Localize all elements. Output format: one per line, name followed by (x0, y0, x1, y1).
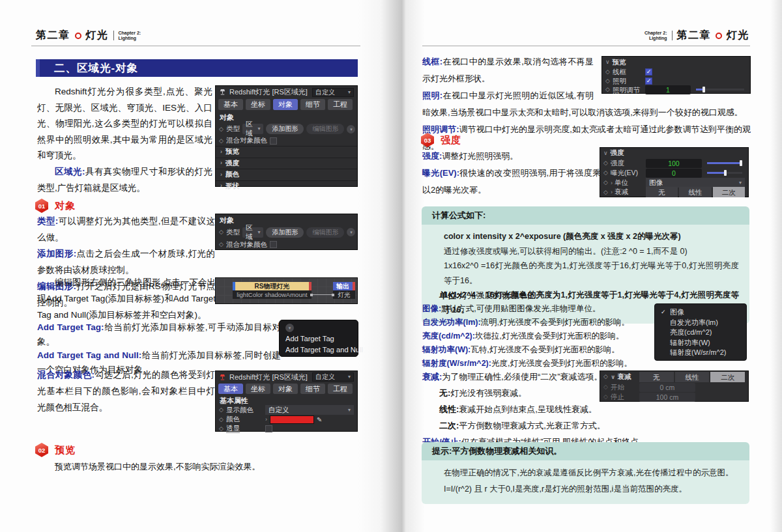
tab-project[interactable]: 工程 (328, 99, 353, 110)
diamond-icon: ◇ (603, 374, 608, 380)
item-exposure: 曝光(EV):很快速的改变照明强弱,用于将强度乘以2的曝光次幂。 (422, 165, 601, 199)
panel-rs-light-basic: Redshift灯光 [RS区域光] 自定义▾ 基本 坐标 对象 细节 工程 基… (215, 371, 358, 432)
divider (113, 31, 114, 40)
type-label: 类型 (226, 228, 240, 237)
tip-body: 在物理正确的情况下,光的衰减是遵循反比例平方衰减,光在传播过程中的示意图。 I=… (422, 460, 749, 504)
add-shape-button[interactable]: 添加图形 (266, 124, 304, 134)
edit-shape-button[interactable]: 编辑图形 (306, 124, 344, 134)
output-node[interactable]: 输出 灯光 (333, 282, 355, 299)
display-color-dropdown[interactable]: 自定义▾ (265, 405, 354, 415)
group-intensity[interactable]: ›强度 (216, 158, 357, 169)
panel-section-label: 对象 (216, 113, 357, 122)
stop-value-field[interactable]: 100 cm (639, 393, 695, 402)
type-row: ◇ 类型 区域▾ 添加图形 编辑图形 ▾ (216, 122, 357, 135)
menu-item-radiance[interactable]: 辐射度(W/sr/m^2) (661, 348, 740, 358)
tab-object[interactable]: 对象 (273, 384, 298, 394)
header-rule-left (31, 46, 360, 46)
intensity-items: 强度:调整灯光照明强弱。 曝光(EV):很快速的改变照明强弱,用于将强度乘以2的… (422, 148, 601, 199)
decay-option-quadratic[interactable]: 二次 (710, 372, 745, 382)
diamond-icon: ◇ (605, 87, 610, 92)
menu-item-add-target-tag-null[interactable]: Add Target Tag and Null (285, 344, 352, 356)
diamond-icon: ◇ (605, 69, 610, 75)
menu-item-image[interactable]: ✓图像 (661, 307, 740, 318)
menu-dropdown-button[interactable]: ▾ (285, 324, 294, 332)
group-preview[interactable]: ›预览 (216, 146, 357, 158)
intensity-slider[interactable] (707, 162, 742, 164)
decay-label: ∨ 衰减 (611, 372, 637, 382)
preset-value: 自定义 (315, 88, 335, 97)
chevron-right-icon: › (265, 417, 267, 423)
triangle-paragraph: 编辑图形右侧的三角块图形,点击一下会出现Add Target Tag(添加目标标… (37, 274, 216, 323)
decay-option-none[interactable]: 无 (639, 372, 674, 382)
edit-shape-button[interactable]: 编辑图形 (306, 227, 344, 238)
decay-option-linear[interactable]: 线性 (679, 187, 711, 197)
panel-tabs: 基本 坐标 对象 细节 工程 (216, 383, 357, 396)
exposure-value-field[interactable]: 0 (646, 169, 702, 178)
blend-label: 混合对象颜色 (226, 136, 267, 145)
type-dropdown[interactable]: 区域▾ (242, 227, 264, 238)
tab-details[interactable]: 细节 (300, 384, 325, 394)
formula-line: 1x16x2^0 =16灯光颜色的亮度为1,灯光强度等于16,灯光曝光等于0,灯… (432, 259, 739, 288)
light-icon (219, 89, 226, 96)
tab-coordinates[interactable]: 坐标 (246, 99, 270, 110)
preset-dropdown[interactable]: 自定义▾ (312, 88, 354, 97)
node-title: RS物理灯光 (235, 282, 309, 290)
target-menu-button[interactable]: ▾ (347, 125, 355, 133)
tab-basic[interactable]: 基本 (218, 384, 243, 394)
menu-item-radiant-power[interactable]: 辐射功率(W) (661, 338, 740, 348)
tab-coordinates[interactable]: 坐标 (246, 384, 270, 394)
tab-project[interactable]: 工程 (328, 384, 353, 394)
blend-checkbox[interactable] (270, 241, 277, 248)
intensity-value-field[interactable]: 100 (646, 159, 702, 168)
intensity-header-row[interactable]: ∨ 强度 (600, 148, 748, 158)
decay-segmented-control: 无 线性 二次 (639, 372, 745, 382)
adjust-value-field[interactable]: 1 (645, 85, 691, 94)
adjust-label: 照明调节 (613, 81, 643, 98)
keyword: Add Target Tag: (37, 322, 104, 332)
node-output-strip (309, 282, 311, 290)
color-swatch[interactable] (270, 415, 314, 424)
intro-paragraph-2: 区域光:具有真实物理尺寸和形状的灯光类型,广告灯箱就是区域光。 (37, 164, 212, 196)
rs-physical-light-node[interactable]: RS物理灯光 lightColor shadowAmount (233, 282, 311, 299)
tab-details[interactable]: 细节 (300, 99, 325, 110)
chevron-right-icon: › (220, 160, 222, 166)
preview-text: 预览调节场景视口中的显示效果,不影响实际渲染效果。 (55, 458, 341, 475)
illumination-checkbox[interactable]: ✓ (645, 77, 652, 85)
exposure-slider[interactable] (707, 172, 742, 174)
port-labels: lightColor shadowAmount (237, 291, 307, 298)
input-port[interactable] (332, 294, 334, 296)
text: 在视口中显示灯光照明的近似区域,有明暗效果,当场景视口中显示太亮和太暗时,可以取… (422, 91, 743, 117)
chapter-en-line2: Lighting (649, 36, 667, 40)
menu-item-luminous-power[interactable]: 自发光功率(lm) (661, 318, 740, 328)
pencil-icon[interactable]: ✎ (317, 416, 322, 423)
node-ports: lightColor shadowAmount (233, 290, 311, 299)
unit-dropdown[interactable]: 图像▾ (646, 178, 745, 188)
decay-option-linear[interactable]: 线性 (675, 372, 710, 382)
menu-item-add-target-tag[interactable]: Add Target Tag (285, 333, 352, 344)
panel-preview-wrap: ∨ 预览 ◇ 线框 ✓ ◇ 照明 ✓ ◇ 照明调节 1 (601, 56, 751, 94)
chapter-cn: 第二章 (36, 29, 70, 42)
type-dropdown[interactable]: 区域▾ (242, 124, 264, 134)
group-shape[interactable]: ›形状 (216, 180, 357, 192)
topic-cn: 灯光 (727, 29, 749, 42)
transparency-checkbox[interactable] (265, 425, 272, 432)
add-shape-button[interactable]: 添加图形 (266, 227, 304, 238)
keyword: 类型: (37, 216, 58, 226)
decay-segmented-control: 无 线性 二次 (646, 187, 745, 197)
tab-basic[interactable]: 基本 (218, 99, 243, 110)
menu-item-luminance[interactable]: 亮度(cd/m^2) (661, 328, 740, 338)
tab-object[interactable]: 对象 (273, 99, 298, 110)
target-menu-button[interactable]: ▾ (347, 228, 355, 236)
adjust-slider[interactable] (696, 89, 744, 91)
diamond-icon: ◇ (219, 417, 224, 423)
start-value-field[interactable]: 0 cm (639, 383, 695, 392)
blend-checkbox[interactable] (270, 137, 277, 145)
preset-dropdown[interactable]: 自定义▾ (312, 372, 354, 382)
decay-option-quadratic[interactable]: 二次 (713, 187, 745, 197)
diamond-icon: ◇ (603, 384, 608, 390)
group-color[interactable]: ›颜色 (216, 169, 357, 180)
panel-title: Redshift灯光 [RS区域光] (229, 372, 308, 382)
decay-option-none[interactable]: 无 (646, 187, 678, 197)
group-label: 强度 (225, 159, 239, 168)
check-icon: ✓ (661, 307, 667, 318)
